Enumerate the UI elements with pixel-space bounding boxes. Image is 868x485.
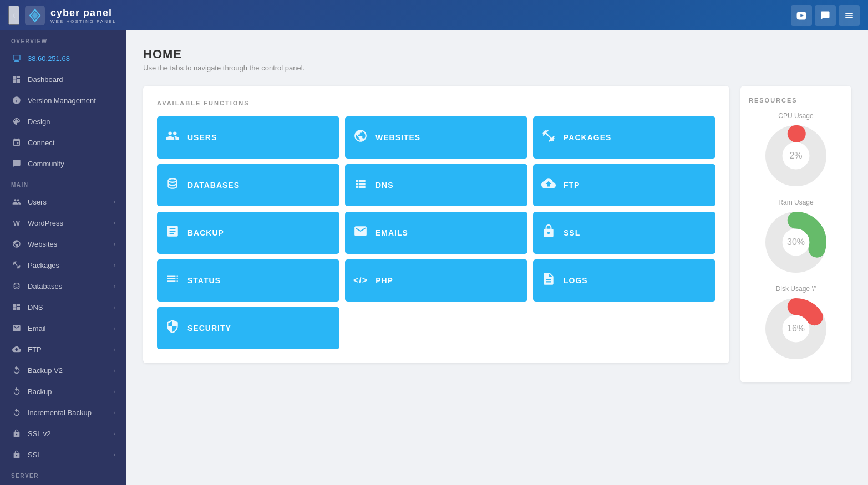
sidebar-item-ftp[interactable]: FTP › bbox=[0, 339, 126, 360]
sidebar-item-packages[interactable]: Packages › bbox=[0, 254, 126, 275]
func-ssl-label: SSL bbox=[564, 228, 580, 237]
func-users-button[interactable]: USERS bbox=[157, 116, 339, 159]
sidebar-item-users[interactable]: Users › bbox=[0, 191, 126, 212]
func-emails-label: EMAILS bbox=[375, 228, 408, 237]
backup-v2-icon bbox=[11, 365, 22, 376]
func-dns-button[interactable]: DNS bbox=[345, 164, 527, 206]
sidebar-item-backup[interactable]: Backup › bbox=[0, 381, 126, 402]
sidebar-item-version-management[interactable]: Version Management bbox=[0, 90, 126, 111]
incremental-backup-icon bbox=[11, 407, 22, 418]
func-websites-icon bbox=[353, 129, 368, 146]
func-packages-icon bbox=[541, 129, 556, 146]
ram-resource: Ram Usage 30% bbox=[749, 198, 843, 273]
func-databases-button[interactable]: DATABASES bbox=[157, 164, 339, 206]
sidebar-users-label: Users bbox=[28, 198, 114, 206]
sidebar-ssl-v2-label: SSL v2 bbox=[28, 430, 114, 438]
func-ftp-button[interactable]: FTP bbox=[533, 164, 715, 206]
ssl-icon bbox=[11, 449, 22, 460]
page-subtitle: Use the tabs to navigate through the con… bbox=[143, 64, 851, 72]
monitor-icon bbox=[11, 53, 22, 64]
sidebar-design-label: Design bbox=[28, 118, 115, 126]
resources-label: RESOURCES bbox=[749, 97, 843, 104]
functions-label: AVAILABLE FUNCTIONS bbox=[157, 100, 715, 106]
email-icon bbox=[11, 323, 22, 334]
sidebar-item-server-ip[interactable]: 38.60.251.68 bbox=[0, 48, 126, 69]
func-security-label: SECURITY bbox=[187, 324, 231, 333]
connect-icon bbox=[11, 137, 22, 148]
func-websites-label: WEBSITES bbox=[375, 133, 420, 142]
sidebar-item-email[interactable]: Email › bbox=[0, 318, 126, 339]
func-backup-label: BACKUP bbox=[187, 228, 224, 237]
func-packages-button[interactable]: PACKAGES bbox=[533, 116, 715, 159]
sidebar-version-label: Version Management bbox=[28, 96, 115, 105]
ssl-arrow-icon: › bbox=[114, 452, 115, 458]
sidebar-item-design[interactable]: Design bbox=[0, 111, 126, 132]
sidebar-item-incremental-backup[interactable]: Incremental Backup › bbox=[0, 402, 126, 423]
sidebar-ssl-label: SSL bbox=[28, 451, 114, 459]
dns-arrow-icon: › bbox=[114, 304, 115, 310]
sidebar-backup-label: Backup bbox=[28, 387, 114, 396]
sidebar-item-ssl-v2[interactable]: SSL v2 › bbox=[0, 423, 126, 444]
func-security-button[interactable]: SECURITY bbox=[157, 307, 339, 349]
databases-arrow-icon: › bbox=[114, 283, 115, 289]
sidebar-item-community[interactable]: Community bbox=[0, 153, 126, 174]
websites-arrow-icon: › bbox=[114, 241, 115, 247]
wordpress-icon: W bbox=[11, 217, 22, 228]
func-status-button[interactable]: STATUS bbox=[157, 259, 339, 302]
packages-arrow-icon: › bbox=[114, 262, 115, 268]
func-security-icon bbox=[165, 319, 180, 337]
menu-button[interactable] bbox=[839, 5, 860, 26]
func-websites-button[interactable]: WEBSITES bbox=[345, 116, 527, 159]
sidebar-websites-label: Websites bbox=[28, 240, 114, 248]
cpu-donut: 2% bbox=[765, 125, 826, 186]
sidebar-item-wordpress[interactable]: W WordPress › bbox=[0, 212, 126, 233]
backup-v2-arrow-icon: › bbox=[114, 367, 115, 374]
brand-name: cyber panel bbox=[50, 7, 116, 19]
disk-percent: 16% bbox=[787, 324, 805, 334]
func-ftp-icon bbox=[541, 176, 556, 194]
func-logs-icon bbox=[541, 272, 556, 289]
func-dns-icon bbox=[353, 176, 368, 194]
ftp-arrow-icon: › bbox=[114, 346, 115, 353]
dns-icon bbox=[11, 302, 22, 313]
incremental-backup-arrow-icon: › bbox=[114, 410, 115, 416]
websites-icon bbox=[11, 238, 22, 249]
sidebar-item-backup-v2[interactable]: Backup V2 › bbox=[0, 360, 126, 381]
server-ip-label: 38.60.251.68 bbox=[28, 54, 115, 63]
func-emails-icon bbox=[353, 224, 368, 242]
sidebar-item-dashboard[interactable]: Dashboard bbox=[0, 69, 126, 90]
chat-icon bbox=[820, 11, 830, 21]
logo: ‹ cyber panel WEB HOSTING PANEL bbox=[8, 6, 116, 25]
layout: OVERVIEW 38.60.251.68 Dashboard Version … bbox=[0, 30, 868, 485]
design-icon bbox=[11, 116, 22, 127]
sidebar-item-ssl[interactable]: SSL › bbox=[0, 444, 126, 465]
func-users-icon bbox=[165, 129, 180, 146]
main-content: HOME Use the tabs to navigate through th… bbox=[126, 30, 868, 485]
sidebar-item-connect[interactable]: Connect bbox=[0, 132, 126, 153]
chat-button[interactable] bbox=[815, 5, 836, 26]
func-php-button[interactable]: </> PHP bbox=[345, 259, 527, 302]
sidebar-packages-label: Packages bbox=[28, 261, 114, 269]
func-dns-label: DNS bbox=[375, 181, 394, 190]
sidebar-email-label: Email bbox=[28, 324, 114, 333]
sidebar-item-databases[interactable]: Databases › bbox=[0, 275, 126, 297]
func-ssl-button[interactable]: SSL bbox=[533, 212, 715, 254]
brand-subtitle: WEB HOSTING PANEL bbox=[50, 19, 116, 24]
func-emails-button[interactable]: EMAILS bbox=[345, 212, 527, 254]
func-status-icon bbox=[165, 272, 180, 289]
func-logs-button[interactable]: LOGS bbox=[533, 259, 715, 302]
info-icon bbox=[11, 95, 22, 106]
sidebar: OVERVIEW 38.60.251.68 Dashboard Version … bbox=[0, 30, 126, 485]
youtube-button[interactable] bbox=[791, 5, 812, 26]
overview-section-label: OVERVIEW bbox=[0, 30, 126, 48]
sidebar-item-dns[interactable]: DNS › bbox=[0, 297, 126, 318]
sidebar-dashboard-label: Dashboard bbox=[28, 75, 115, 84]
functions-panel: AVAILABLE FUNCTIONS USERS WE bbox=[143, 86, 729, 363]
page-title: HOME bbox=[143, 47, 851, 62]
sidebar-toggle-button[interactable]: ‹ bbox=[8, 6, 19, 25]
func-backup-button[interactable]: BACKUP bbox=[157, 212, 339, 254]
func-php-label: PHP bbox=[375, 276, 393, 285]
backup-icon bbox=[11, 386, 22, 397]
sidebar-item-websites[interactable]: Websites › bbox=[0, 233, 126, 254]
sidebar-connect-label: Connect bbox=[28, 139, 115, 147]
